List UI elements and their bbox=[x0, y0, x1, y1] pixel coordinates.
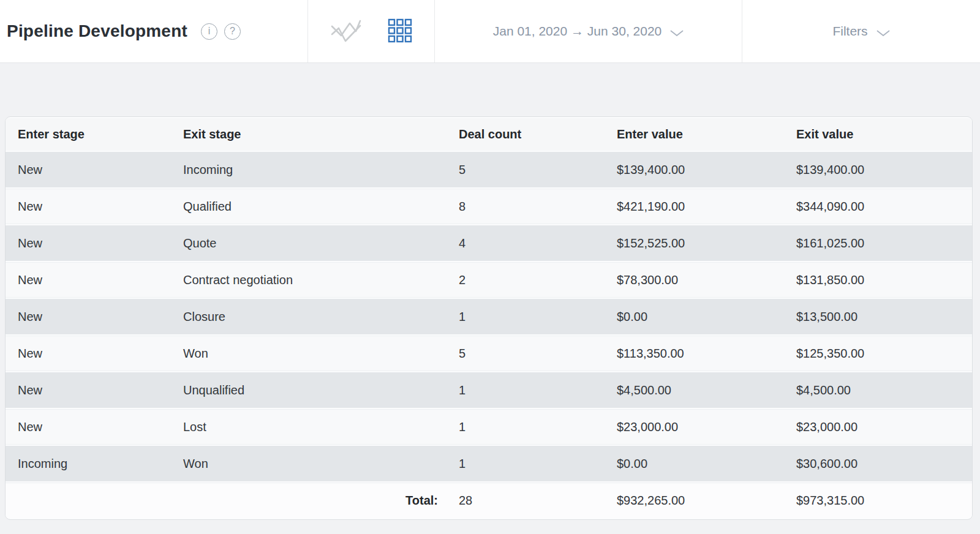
total-empty-cell bbox=[6, 483, 171, 518]
cell-enter-value: $0.00 bbox=[605, 446, 784, 481]
column-header-enter-stage: Enter stage bbox=[6, 118, 171, 151]
total-deal-count: 28 bbox=[447, 483, 605, 518]
table-row: New Won 5 $113,350.00 $125,350.00 bbox=[6, 336, 972, 371]
table-row: New Lost 1 $23,000.00 $23,000.00 bbox=[6, 409, 972, 445]
cell-enter-stage: New bbox=[6, 299, 171, 334]
column-header-exit-stage: Exit stage bbox=[171, 118, 447, 151]
cell-exit-stage: Unqualified bbox=[171, 372, 447, 408]
date-range-selector[interactable]: Jan 01, 2020 → Jun 30, 2020 bbox=[493, 23, 684, 40]
cell-enter-value: $113,350.00 bbox=[605, 336, 784, 371]
cell-exit-stage: Contract negotiation bbox=[171, 262, 447, 298]
cell-exit-value: $23,000.00 bbox=[784, 409, 972, 445]
report-toolbar: Pipeline Development i ? bbox=[0, 0, 980, 63]
cell-deal-count: 1 bbox=[447, 446, 605, 481]
cell-exit-value: $344,090.00 bbox=[784, 189, 972, 224]
cell-enter-stage: New bbox=[6, 152, 171, 187]
cell-enter-stage: Incoming bbox=[6, 446, 171, 481]
cell-exit-stage: Lost bbox=[171, 409, 447, 445]
cell-enter-value: $152,525.00 bbox=[605, 225, 784, 261]
cell-exit-stage: Qualified bbox=[171, 189, 447, 224]
cell-enter-stage: New bbox=[6, 262, 171, 298]
date-range-text: Jan 01, 2020 → Jun 30, 2020 bbox=[493, 24, 662, 39]
info-icon[interactable]: i bbox=[201, 23, 217, 40]
cell-enter-value: $139,400.00 bbox=[605, 152, 784, 187]
grid-icon bbox=[388, 18, 412, 45]
filters-button[interactable]: Filters bbox=[832, 23, 889, 40]
table-row: Incoming Won 1 $0.00 $30,600.00 bbox=[6, 446, 972, 481]
cell-enter-value: $4,500.00 bbox=[605, 372, 784, 408]
pipeline-table-card: Enter stage Exit stage Deal count Enter … bbox=[5, 116, 973, 520]
table-view-button[interactable] bbox=[385, 16, 415, 47]
chevron-down-icon bbox=[876, 25, 890, 40]
total-exit-value: $973,315.00 bbox=[784, 483, 972, 518]
cell-exit-value: $139,400.00 bbox=[784, 152, 972, 187]
column-header-exit-value: Exit value bbox=[784, 118, 972, 151]
cell-exit-stage: Won bbox=[171, 336, 447, 371]
cell-enter-value: $23,000.00 bbox=[605, 409, 784, 445]
cell-enter-stage: New bbox=[6, 336, 171, 371]
cell-deal-count: 4 bbox=[447, 225, 605, 261]
cell-exit-value: $125,350.00 bbox=[784, 336, 972, 371]
total-enter-value: $932,265.00 bbox=[605, 483, 784, 518]
cell-deal-count: 1 bbox=[447, 409, 605, 445]
table-row: New Unqualified 1 $4,500.00 $4,500.00 bbox=[6, 372, 972, 408]
cell-exit-value: $131,850.00 bbox=[784, 262, 972, 298]
column-header-enter-value: Enter value bbox=[605, 118, 784, 151]
cell-enter-stage: New bbox=[6, 409, 171, 445]
view-toggle-group bbox=[308, 0, 435, 62]
total-row: Total: 28 $932,265.00 $973,315.00 bbox=[6, 483, 972, 518]
cell-deal-count: 1 bbox=[447, 299, 605, 334]
table-header-row: Enter stage Exit stage Deal count Enter … bbox=[6, 118, 972, 151]
report-title-section: Pipeline Development i ? bbox=[0, 0, 308, 62]
report-body: Enter stage Exit stage Deal count Enter … bbox=[0, 63, 980, 520]
table-row: New Closure 1 $0.00 $13,500.00 bbox=[6, 299, 972, 334]
table-row: New Incoming 5 $139,400.00 $139,400.00 bbox=[6, 152, 972, 187]
column-header-deal-count: Deal count bbox=[447, 118, 605, 151]
cell-exit-value: $30,600.00 bbox=[784, 446, 972, 481]
cell-enter-stage: New bbox=[6, 372, 171, 408]
cell-deal-count: 5 bbox=[447, 152, 605, 187]
cell-enter-value: $0.00 bbox=[605, 299, 784, 334]
cell-deal-count: 1 bbox=[447, 372, 605, 408]
cell-exit-value: $161,025.00 bbox=[784, 225, 972, 261]
help-icon[interactable]: ? bbox=[224, 23, 241, 40]
filters-label: Filters bbox=[832, 24, 867, 39]
cell-deal-count: 5 bbox=[447, 336, 605, 371]
cell-enter-value: $421,190.00 bbox=[605, 189, 784, 224]
cell-enter-stage: New bbox=[6, 189, 171, 224]
cell-exit-stage: Closure bbox=[171, 299, 447, 334]
cell-enter-value: $78,300.00 bbox=[605, 262, 784, 298]
cell-exit-stage: Incoming bbox=[171, 152, 447, 187]
page-title: Pipeline Development bbox=[7, 21, 187, 41]
chevron-down-icon bbox=[670, 25, 684, 40]
cell-deal-count: 2 bbox=[447, 262, 605, 298]
filters-section: Filters bbox=[742, 0, 980, 62]
table-row: New Contract negotiation 2 $78,300.00 $1… bbox=[6, 262, 972, 298]
cell-exit-stage: Won bbox=[171, 446, 447, 481]
line-chart-icon bbox=[330, 18, 362, 45]
cell-deal-count: 8 bbox=[447, 189, 605, 224]
cell-enter-stage: New bbox=[6, 225, 171, 261]
pipeline-table: Enter stage Exit stage Deal count Enter … bbox=[6, 117, 972, 519]
cell-exit-value: $13,500.00 bbox=[784, 299, 972, 334]
cell-exit-value: $4,500.00 bbox=[784, 372, 972, 408]
total-label: Total: bbox=[171, 483, 447, 518]
table-row: New Quote 4 $152,525.00 $161,025.00 bbox=[6, 225, 972, 261]
date-range-section: Jan 01, 2020 → Jun 30, 2020 bbox=[435, 0, 742, 62]
cell-exit-stage: Quote bbox=[171, 225, 447, 261]
table-row: New Qualified 8 $421,190.00 $344,090.00 bbox=[6, 189, 972, 224]
chart-view-button[interactable] bbox=[328, 15, 364, 48]
